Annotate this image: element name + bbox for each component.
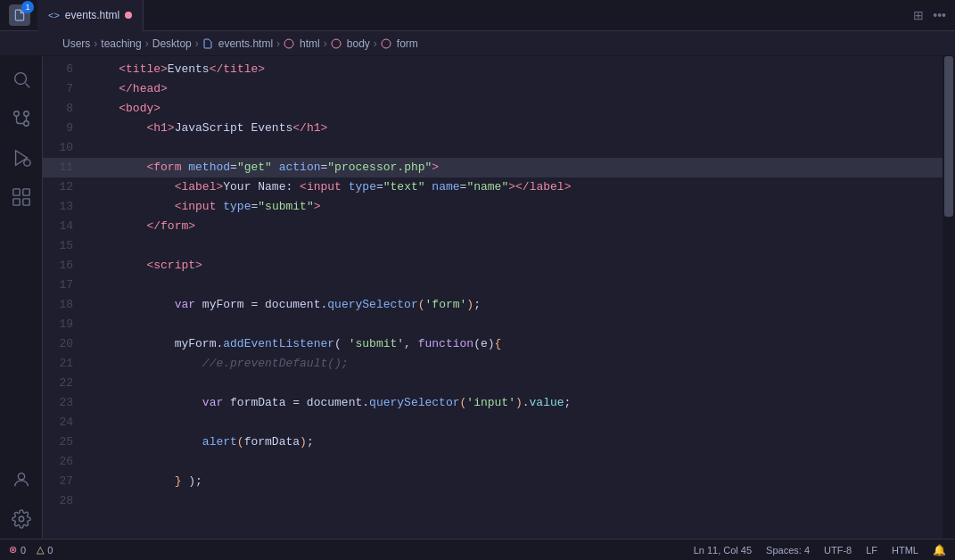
breadcrumb-sep-7: › xyxy=(374,37,377,50)
status-left: ⊗ 0 △ 0 xyxy=(9,544,53,556)
breadcrumb-body-icon xyxy=(331,38,343,49)
encoding[interactable]: UTF-8 xyxy=(824,545,852,556)
token: body xyxy=(126,102,153,115)
token: > xyxy=(168,121,175,135)
error-count-label: 0 xyxy=(21,545,26,556)
line-number: 10 xyxy=(43,138,87,158)
warning-count[interactable]: △ 0 xyxy=(37,544,53,556)
account-icon[interactable] xyxy=(5,464,37,496)
token xyxy=(91,121,146,135)
breadcrumb-form-icon xyxy=(381,38,393,49)
line-content xyxy=(87,315,943,334)
token: </ xyxy=(210,62,224,76)
file-icon: 1 xyxy=(9,4,30,26)
token: querySelector xyxy=(327,298,417,311)
code-line: 14 </form> xyxy=(43,217,943,236)
svg-marker-10 xyxy=(15,151,27,166)
token: "submit" xyxy=(258,200,313,213)
line-number: 6 xyxy=(43,60,87,79)
token: = xyxy=(376,180,383,194)
activity-bar xyxy=(0,56,43,539)
source-control-icon[interactable] xyxy=(5,103,37,135)
title-bar-actions: ⊞ ••• xyxy=(913,8,946,22)
status-right: Ln 11, Col 45 Spaces: 4 UTF-8 LF HTML 🔔 xyxy=(694,544,946,556)
breadcrumb-desktop[interactable]: Desktop xyxy=(152,37,192,50)
line-number: 14 xyxy=(43,217,87,236)
breadcrumb-form[interactable]: form xyxy=(397,37,418,50)
breadcrumb-sep-1: › xyxy=(94,37,97,50)
line-content xyxy=(87,138,943,158)
code-line: 28 xyxy=(43,491,943,511)
token xyxy=(91,435,202,449)
token: h1 xyxy=(307,121,321,135)
token: formData xyxy=(223,396,292,409)
token: </ xyxy=(292,121,307,135)
token: = xyxy=(292,396,300,409)
indentation[interactable]: Spaces: 4 xyxy=(766,545,810,556)
breadcrumb-html[interactable]: html xyxy=(300,37,320,50)
token: label xyxy=(530,180,564,194)
code-editor[interactable]: 6 <title>Events</title>7 </head>8 <body>… xyxy=(43,56,943,539)
token: > xyxy=(321,121,328,135)
line-content: <label>Your Name: <input type="text" nam… xyxy=(87,177,943,197)
line-number: 27 xyxy=(43,472,87,491)
breadcrumb-body[interactable]: body xyxy=(347,37,370,50)
token: Events xyxy=(168,62,210,76)
token: var xyxy=(175,298,195,311)
token: ; xyxy=(564,396,572,409)
svg-point-6 xyxy=(23,121,29,127)
token: formData xyxy=(244,435,300,449)
error-icon: ⊗ xyxy=(9,544,17,556)
line-content xyxy=(87,236,943,256)
breadcrumb-eventshtml[interactable]: events.html xyxy=(218,37,273,50)
token: form xyxy=(161,219,188,233)
code-line: 19 xyxy=(43,315,943,334)
code-line: 20 myForm.addEventListener( 'submit', fu… xyxy=(43,334,943,354)
line-number: 13 xyxy=(43,197,87,217)
line-content: </form> xyxy=(87,217,943,236)
line-number: 21 xyxy=(43,354,87,374)
token xyxy=(91,298,175,311)
token: input xyxy=(181,200,216,213)
token xyxy=(91,161,146,174)
breadcrumb-sep-5: › xyxy=(276,37,280,50)
token: myForm xyxy=(195,298,251,311)
search-icon[interactable] xyxy=(5,63,37,95)
token: . xyxy=(523,396,530,409)
warning-count-label: 0 xyxy=(47,545,53,556)
line-content: <title>Events</title> xyxy=(87,60,943,79)
split-editor-icon[interactable]: ⊞ xyxy=(913,8,924,22)
breadcrumb-teaching[interactable]: teaching xyxy=(101,37,141,50)
editor-tab[interactable]: <> events.html xyxy=(37,0,144,31)
token: h1 xyxy=(153,121,168,135)
run-debug-icon[interactable] xyxy=(5,142,37,174)
breadcrumb-html-icon xyxy=(284,38,296,49)
token: "text" xyxy=(383,180,425,194)
cursor-position[interactable]: Ln 11, Col 45 xyxy=(694,545,752,556)
code-line: 23 var formData = document.querySelector… xyxy=(43,393,943,413)
svg-point-5 xyxy=(13,111,19,117)
token: addEventListener xyxy=(223,337,334,350)
token xyxy=(91,62,119,76)
warning-icon: △ xyxy=(37,544,44,556)
token: ; xyxy=(473,298,481,311)
language-mode[interactable]: HTML xyxy=(892,545,918,556)
line-ending[interactable]: LF xyxy=(866,545,877,556)
token: . xyxy=(362,396,369,409)
line-number: 24 xyxy=(43,413,87,432)
token: , xyxy=(404,337,418,350)
code-line: 24 xyxy=(43,413,943,432)
line-number: 23 xyxy=(43,393,87,413)
notifications-icon[interactable]: 🔔 xyxy=(933,544,946,556)
line-content xyxy=(87,491,943,511)
error-count[interactable]: ⊗ 0 xyxy=(9,544,26,556)
extensions-icon[interactable] xyxy=(5,181,37,213)
more-actions-icon[interactable]: ••• xyxy=(933,8,946,22)
line-number: 28 xyxy=(43,491,87,511)
token: action xyxy=(272,161,321,174)
breadcrumb-users[interactable]: Users xyxy=(62,37,90,50)
settings-icon[interactable] xyxy=(5,503,37,535)
scrollbar-thumb[interactable] xyxy=(944,56,953,217)
scrollbar-track[interactable] xyxy=(943,56,955,539)
line-number: 8 xyxy=(43,99,87,119)
